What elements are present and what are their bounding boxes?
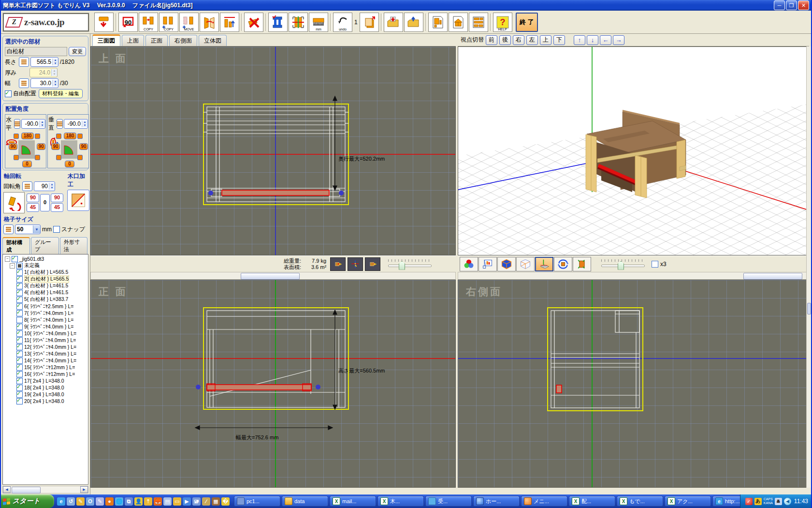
rotate-45a-button[interactable]: 45 (27, 203, 39, 212)
tree-expand-icon[interactable]: − (5, 256, 10, 262)
x3-checkbox[interactable] (652, 261, 658, 268)
mirror-icon[interactable] (200, 13, 219, 32)
folder-icon[interactable]: ▭ (173, 497, 181, 506)
view-arrow-button-0[interactable]: ↑ (574, 35, 585, 45)
open-file-icon[interactable] (404, 13, 423, 32)
length-spinner[interactable]: 565.5 ▲▼ (30, 57, 58, 67)
printer-icon[interactable]: 🖶 (775, 498, 782, 505)
chevron-down-icon[interactable]: ▼ (33, 225, 40, 233)
wire-cube-icon[interactable] (516, 257, 535, 271)
copy-plus-icon[interactable]: COPY (159, 13, 178, 32)
parts-tree[interactable]: −_jig501.dt3−未定義1{ 白松材 } L=565.52{ 白松材 }… (2, 254, 88, 485)
viewport-tab-1[interactable]: 上面 (122, 35, 144, 46)
v-angle-180-button[interactable]: 180 (64, 133, 76, 139)
h-angle-225-button[interactable] (35, 134, 40, 139)
tree-item-7[interactable]: 7{ ﾗﾜﾝﾍﾞﾆﾔ4.0mm } L= (5, 310, 88, 316)
title-bar[interactable]: 簡単木工作図ソフト もでりん V3 Ver.3.0.9.0 ファイル名[jig5… (1, 0, 811, 11)
v-angle-315-button[interactable] (77, 155, 83, 160)
tree-root[interactable]: −_jig501.dt3 (5, 255, 88, 262)
h-angle-180-button[interactable]: 180 (21, 133, 34, 139)
v-angle-0-button[interactable]: 0 (65, 161, 74, 167)
my-computer-icon[interactable]: 🖳 (192, 497, 201, 506)
view-dir-button-1[interactable]: 後 (499, 35, 511, 45)
sidebar-horizontal-scrollbar[interactable]: ◀ ▶ (2, 486, 88, 493)
tree-checkbox[interactable] (12, 256, 18, 262)
rotate-45b-button[interactable]: 45 (51, 203, 63, 212)
sidebar-tab-2[interactable]: 外形寸法 (60, 237, 87, 254)
h-angle-135-button[interactable] (14, 134, 19, 139)
pens-icon[interactable]: ∕ (202, 497, 210, 506)
undo-icon[interactable]: undo (333, 13, 352, 32)
rotate-0-button[interactable]: 0 (40, 194, 50, 211)
view-arrow-button-3[interactable]: → (613, 35, 624, 45)
vertical-angle-spinner[interactable]: -90.0 ▲▼ (64, 119, 88, 129)
front-view-viewport[interactable]: 正 面 高さ最大=560.5mm 幅最大=752.6 mm (90, 280, 456, 488)
start-button[interactable]: スタート (0, 494, 54, 508)
sheet-copy-icon[interactable] (360, 13, 379, 32)
task-button-0[interactable]: pc1... (234, 496, 280, 507)
close-button[interactable]: ✕ (798, 0, 809, 10)
end-cut-button[interactable] (67, 190, 89, 211)
v-angle-90l-button[interactable]: 90 (51, 143, 60, 150)
right-view-viewport[interactable]: 右側面 (458, 280, 809, 488)
folder-edit-icon[interactable]: ✎ (76, 497, 85, 506)
tree-checkbox[interactable] (16, 310, 23, 316)
messenger-icon[interactable]: 👤 (134, 497, 143, 506)
rotation-keypad-icon[interactable] (22, 181, 32, 191)
sidebar-tab-1[interactable]: グループ (31, 237, 59, 254)
move-icon[interactable]: MOVE (179, 13, 199, 32)
v-angle-135-button[interactable] (56, 134, 61, 139)
wood-app-icon[interactable]: ▦ (212, 497, 220, 506)
view-dir-button-5[interactable]: 下 (553, 35, 565, 45)
view-zoom-slider[interactable] (388, 258, 432, 270)
task-button-7[interactable]: X配... (569, 496, 615, 507)
fit-height-icon[interactable] (573, 257, 591, 271)
free-place-checkbox[interactable] (5, 90, 12, 97)
snap-left-icon[interactable] (365, 257, 380, 271)
notes-icon[interactable]: ✎ (96, 497, 104, 506)
task-button-3[interactable]: X木... (377, 496, 424, 507)
outlook-icon[interactable]: O (86, 497, 94, 506)
horizontal-keypad-icon[interactable] (14, 119, 20, 129)
grid-size-select[interactable]: 50 ▼ (15, 224, 41, 234)
task-button-2[interactable]: Xmail... (330, 496, 376, 507)
colors-icon[interactable] (460, 257, 478, 271)
right-horizontal-scrollbar[interactable] (458, 272, 809, 280)
ie-icon[interactable]: e (57, 497, 65, 506)
orbit-icon[interactable] (554, 257, 572, 271)
tree-item-20[interactable]: 20{ 2x4 } L=348.0 (5, 398, 88, 404)
view-dir-button-2[interactable]: 右 (513, 35, 524, 45)
task-button-10[interactable]: ehttp:... (712, 496, 740, 507)
grid-keypad-icon[interactable] (3, 224, 14, 234)
vertical-keypad-icon[interactable] (57, 119, 63, 129)
solid-cube-icon[interactable] (497, 257, 516, 271)
firefox-icon[interactable]: 🦊 (154, 497, 162, 506)
viewport-splitter[interactable] (456, 34, 458, 494)
raise-bars-icon[interactable] (220, 13, 239, 32)
parts-list-icon[interactable] (469, 13, 488, 32)
clamp-icon[interactable] (268, 13, 288, 32)
h-angle-90l-button[interactable]: 90 (9, 143, 17, 150)
ruler-icon[interactable]: mm (309, 13, 328, 32)
right-vertical-scrollbar[interactable] (806, 46, 811, 488)
bird-icon[interactable]: � (221, 497, 230, 506)
rotate-90b-button[interactable]: 90 (51, 194, 63, 202)
h-angle-45-button[interactable] (14, 155, 19, 160)
tree-checkbox[interactable] (16, 398, 23, 404)
rotation-angle-spinner[interactable]: 90 ▲▼ (34, 181, 55, 191)
save-file-icon[interactable] (384, 13, 403, 32)
v-angle-45-button[interactable] (56, 155, 61, 160)
viewport-tab-2[interactable]: 正面 (145, 35, 168, 46)
h-angle-90r-button[interactable]: 90 (37, 143, 45, 150)
plan-view-icon[interactable] (449, 13, 468, 32)
h-angle-315-button[interactable] (35, 155, 40, 160)
scroll-left-icon[interactable]: ◀ (3, 486, 11, 493)
minimize-button[interactable]: ─ (774, 0, 785, 10)
scroll-right-icon[interactable]: ▶ (80, 486, 88, 493)
shared-folder-icon[interactable]: ⇡ (144, 497, 152, 506)
width-spinner[interactable]: 30.0 ▲▼ (30, 78, 58, 88)
top-view-viewport[interactable]: 上 面 奥行最大=520.2mm (90, 46, 456, 255)
v-angle-225-button[interactable] (77, 134, 83, 139)
place-board-icon[interactable] (94, 13, 114, 32)
restore-button[interactable]: ❐ (786, 0, 797, 10)
